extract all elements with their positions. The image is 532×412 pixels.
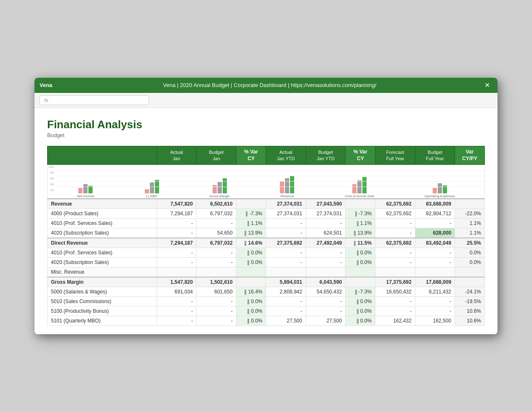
table-row: 4010 (Prof. Services Sales)--1.1%--1.1%-… (48, 219, 485, 228)
table-body: 100 80 60 40 20 (48, 165, 485, 326)
row-value (346, 277, 375, 287)
row-value: 0.0% (346, 248, 375, 258)
table-row: Direct Revenue7,294,1876,797,03214.6%27,… (48, 238, 485, 248)
var-bar-indicator (245, 290, 246, 295)
row-value: - (375, 297, 415, 306)
row-value: - (157, 228, 196, 238)
row-value (266, 267, 306, 277)
th-label (48, 146, 157, 164)
row-value: -7.3% (346, 287, 375, 297)
th-pct-var-cy-1: % Var CY (236, 146, 266, 164)
row-value: 0.0% (455, 258, 485, 267)
row-value: 2,808,942 (266, 287, 306, 297)
row-value: - (306, 306, 345, 316)
row-value: - (157, 248, 196, 258)
var-bar-indicator (355, 211, 357, 217)
row-value: 83,688,009 (415, 199, 455, 209)
row-value: - (157, 258, 196, 267)
row-value: - (375, 219, 415, 228)
row-value: 0.0% (346, 258, 375, 267)
row-value: - (197, 248, 236, 258)
row-value (455, 267, 485, 277)
row-value: 0.0% (346, 306, 375, 316)
row-value: - (197, 316, 236, 326)
row-value: 13.9% (346, 228, 375, 238)
row-value: 17,375,692 (375, 277, 415, 287)
row-value: - (415, 258, 455, 267)
var-bar-indicator (246, 211, 247, 217)
row-label: 4020 (Subscription Sales) (48, 258, 157, 267)
var-bar-indicator (245, 241, 246, 246)
row-value: 0.0% (346, 316, 375, 326)
table-row: 5000 (Salaries & Wages)691,034601,65016.… (48, 287, 485, 297)
row-label: 4010 (Prof. Services Sales) (48, 248, 157, 258)
th-pct-var-cy-2: % Var CY (346, 146, 375, 164)
formula-bar: fx (35, 93, 497, 108)
chart-revenue: Revenue (280, 166, 294, 198)
th-actual-jan-ytd: Actual Jan YTD (266, 146, 306, 164)
var-bar-indicator (357, 260, 359, 265)
row-value: - (266, 219, 306, 228)
row-value: 0.0% (346, 297, 375, 306)
row-value: 27,374,031 (266, 209, 306, 219)
table-row: 4010 (Prof. Services Sales)--0.0%--0.0%-… (48, 248, 485, 258)
row-value (415, 267, 455, 277)
row-label: 4010 (Prof. Services Sales) (48, 219, 157, 228)
row-value: 0.0% (236, 258, 266, 267)
row-value: -19.5% (455, 297, 485, 306)
row-value: - (197, 306, 236, 316)
table-row: 5010 (Sales Commissions)--0.0%--0.0%---1… (48, 297, 485, 306)
page-subtitle: Budget (47, 132, 485, 138)
row-value: 1.1% (455, 228, 485, 238)
row-value: 83,492,049 (415, 238, 455, 248)
formula-input[interactable]: fx (40, 95, 149, 105)
row-value: 8,211,432 (415, 287, 455, 297)
row-value: 27,374,031 (266, 199, 306, 209)
row-value: 7,547,820 (157, 199, 196, 209)
row-value: 17,688,009 (415, 277, 455, 287)
chart-cogs: Cost of Goods Sold (345, 166, 374, 198)
row-value: - (375, 248, 415, 258)
row-value: 691,034 (157, 287, 196, 297)
row-value: - (266, 248, 306, 258)
table-row: Revenue7,547,8206,502,61027,374,03127,04… (48, 199, 485, 209)
close-button[interactable]: ✕ (482, 80, 492, 90)
row-value: - (306, 219, 345, 228)
row-value (197, 267, 236, 277)
row-value: 624,501 (306, 228, 345, 238)
var-bar-indicator (247, 251, 249, 256)
chart-cell: 100 80 60 40 20 (48, 165, 485, 199)
var-bar-indicator (357, 251, 359, 256)
row-value (306, 267, 345, 277)
row-value: - (375, 258, 415, 267)
table-row: 4020 (Subscription Sales)-54,65013.9%-62… (48, 228, 485, 238)
row-value: 7,294,187 (157, 238, 196, 248)
row-value: - (415, 297, 455, 306)
row-value: 1.1% (455, 219, 485, 228)
browser-window: Vena Vena | 2020 Annual Budget | Corpora… (35, 78, 497, 334)
financial-table: Actual Jan Budget Jan % Var CY Actual Ja… (47, 146, 485, 326)
row-value: - (306, 258, 345, 267)
var-bar-indicator (247, 260, 249, 265)
row-value: 5,894,031 (266, 277, 306, 287)
row-value: 1.1% (236, 219, 266, 228)
row-value: 16.4% (236, 287, 266, 297)
row-value: 16,650,432 (375, 287, 415, 297)
row-value: - (375, 306, 415, 316)
var-bar-indicator (357, 309, 359, 314)
row-value: 7,294,187 (157, 209, 196, 219)
row-value: 162,432 (375, 316, 415, 326)
chart-net-income: Net Income (77, 166, 94, 198)
row-value: 25.5% (455, 238, 485, 248)
var-bar-indicator (354, 231, 356, 236)
row-value: - (415, 306, 455, 316)
row-value: - (157, 219, 196, 228)
row-value (375, 267, 415, 277)
browser-titlebar: Vena Vena | 2020 Annual Budget | Corpora… (35, 78, 497, 93)
row-value (236, 199, 266, 209)
content-area: Financial Analysis Budget Actual Jan Bud… (35, 108, 497, 334)
table-row: 4020 (Subscription Sales)--0.0%--0.0%--0… (48, 258, 485, 267)
var-bar-indicator (247, 309, 249, 314)
row-value: 27,500 (266, 316, 306, 326)
row-value: - (197, 258, 236, 267)
